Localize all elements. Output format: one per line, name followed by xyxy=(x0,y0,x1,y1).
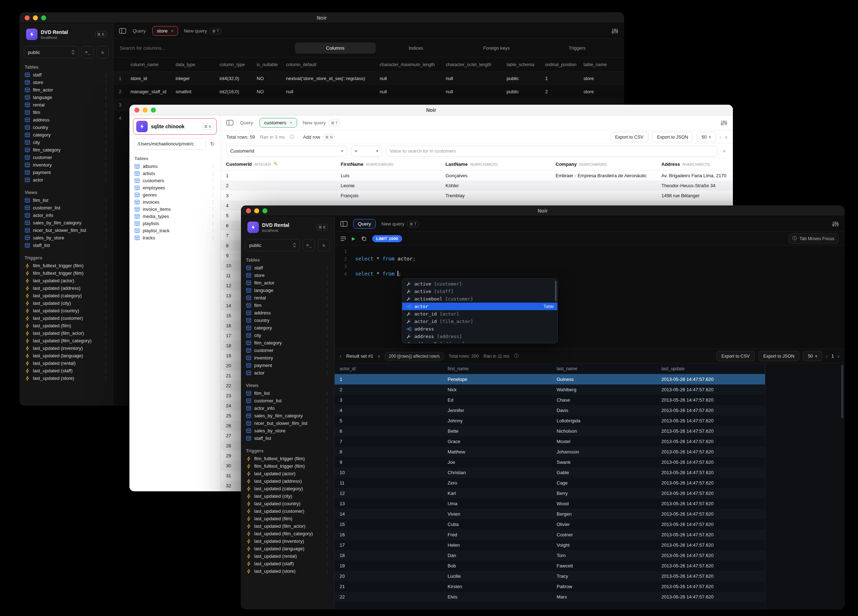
close-window-button[interactable] xyxy=(246,208,251,213)
sidebar-item-actor_info[interactable]: actor_info⋮ xyxy=(20,211,113,219)
sidebar-item-film_list[interactable]: film_list⋮ xyxy=(20,197,113,204)
sidebar-item-last_updated-actor[interactable]: last_updated (actor)⋮ xyxy=(241,470,334,477)
schema-select[interactable]: public xyxy=(24,46,79,58)
sidebar-item-customer[interactable]: customer⋮ xyxy=(20,154,113,161)
table-cell[interactable]: 18 xyxy=(335,553,443,558)
result-row[interactable]: 2NickWahlberg2013-05-26 14:47:57.620 xyxy=(335,385,765,395)
sidebar-item-city[interactable]: city⋮ xyxy=(20,139,113,146)
item-menu-icon[interactable]: ⋮ xyxy=(325,399,329,403)
tab-foreign-keys[interactable]: Foreign keys xyxy=(456,42,537,54)
sidebar-item-employees[interactable]: employees⋮ xyxy=(129,184,220,191)
sidebar-item-store[interactable]: store⋮ xyxy=(241,272,334,279)
item-menu-icon[interactable]: ⋮ xyxy=(104,155,108,160)
table-cell[interactable]: 9 xyxy=(335,459,443,465)
tab-query[interactable]: Query xyxy=(239,118,254,127)
sidebar-item-last_updated-language[interactable]: last_updated (language)⋮ xyxy=(20,352,113,360)
item-menu-icon[interactable]: ⋮ xyxy=(104,271,108,276)
item-menu-icon[interactable]: ⋮ xyxy=(211,228,215,233)
item-menu-icon[interactable]: ⋮ xyxy=(325,561,329,566)
item-menu-icon[interactable]: ⋮ xyxy=(325,340,329,346)
close-tab-icon[interactable]: × xyxy=(171,28,174,34)
result-row[interactable]: 15CubaOlivier2013-05-26 14:47:57.620 xyxy=(335,519,765,529)
table-row[interactable]: 2LeonieKöhlerTheodor-Heuss-Straße 34 xyxy=(221,180,733,191)
sidebar-item-film_actor[interactable]: film_actor⋮ xyxy=(20,86,113,94)
autocomplete-item-actor[interactable]: actorTable xyxy=(402,303,557,310)
item-menu-icon[interactable]: ⋮ xyxy=(325,421,329,426)
column-header-actor_id[interactable]: actor_id xyxy=(335,366,443,371)
sidebar-item-film_category[interactable]: film_category⋮ xyxy=(241,339,334,347)
refresh-button[interactable]: ↻ xyxy=(318,239,330,251)
sidebar-item-tracks[interactable]: tracks⋮ xyxy=(129,234,220,241)
table-cell[interactable]: Luís xyxy=(335,173,440,178)
result-row[interactable]: 10ChristianGable2013-05-26 14:47:57.620 xyxy=(335,467,765,478)
new-query-button[interactable]: New query ⌘ T xyxy=(184,28,221,34)
sidebar-item-film_fulltext_trigger-film[interactable]: film_fulltext_trigger (film)⋮ xyxy=(241,455,334,462)
item-menu-icon[interactable]: ⋮ xyxy=(104,102,108,107)
sidebar-item-last_updated-rental[interactable]: last_updated (rental)⋮ xyxy=(241,552,334,560)
next-page-icon[interactable]: › xyxy=(838,354,839,359)
item-menu-icon[interactable]: ⋮ xyxy=(104,338,108,343)
table-cell[interactable]: Fred xyxy=(443,532,552,537)
item-menu-icon[interactable]: ⋮ xyxy=(325,333,329,338)
table-cell[interactable]: Berry xyxy=(552,490,656,496)
sidebar-item-film_list[interactable]: film_list⋮ xyxy=(241,389,334,397)
item-menu-icon[interactable]: ⋮ xyxy=(325,326,329,330)
result-row[interactable]: 22ElvisMarx2013-05-26 14:47:57.620 xyxy=(335,592,765,602)
table-row[interactable]: 1LuísGonçalvesEmbraer - Empresa Brasilei… xyxy=(221,171,733,180)
sidebar-item-country[interactable]: country⋮ xyxy=(20,124,113,131)
item-menu-icon[interactable]: ⋮ xyxy=(104,178,108,183)
sidebar-item-customer_list[interactable]: customer_list⋮ xyxy=(241,397,334,405)
sidebar-item-last_updated-inventory[interactable]: last_updated (inventory)⋮ xyxy=(20,344,113,352)
page-size-select[interactable]: 50 ▾ xyxy=(696,132,716,142)
sidebar-item-last_updated-film_actor[interactable]: last_updated (film_actor)⋮ xyxy=(241,522,334,530)
table-cell[interactable]: Marx xyxy=(552,594,656,600)
result-row[interactable]: 21KirstenPaltrow2013-05-26 14:47:57.620 xyxy=(335,581,765,592)
sidebar-toggle-icon[interactable] xyxy=(340,221,348,227)
titlebar[interactable]: Noir xyxy=(129,105,733,115)
item-menu-icon[interactable]: ⋮ xyxy=(325,363,329,368)
table-cell[interactable]: 2013-05-26 14:47:57.620 xyxy=(656,428,765,434)
table-cell[interactable]: 2013-05-26 14:47:57.620 xyxy=(656,542,765,548)
sidebar-item-category[interactable]: category⋮ xyxy=(20,131,113,139)
table-cell[interactable]: Embraer - Empresa Brasileira de Aeronáut… xyxy=(550,173,656,178)
column-header-company[interactable]: CompanyNVARCHAR(80) xyxy=(550,161,656,167)
sidebar-item-last_updated-film[interactable]: last_updated (film)⋮ xyxy=(20,322,113,329)
result-row[interactable]: 1PenelopeGuiness2013-05-26 14:47:57.620 xyxy=(335,374,765,385)
column-header-address[interactable]: AddressNVARCHAR(70) xyxy=(656,161,733,167)
table-cell[interactable]: Tremblay xyxy=(440,193,550,198)
table-cell[interactable]: Nick xyxy=(443,387,552,392)
item-menu-icon[interactable]: ⋮ xyxy=(325,265,329,270)
item-menu-icon[interactable]: ⋮ xyxy=(104,95,108,100)
schema-select[interactable]: public xyxy=(245,239,300,251)
item-menu-icon[interactable]: ⋮ xyxy=(325,509,329,514)
column-header-lastname[interactable]: LastNameNVARCHAR(20) xyxy=(440,161,550,167)
table-cell[interactable]: Paltrow xyxy=(552,584,656,589)
table-cell[interactable]: 2013-05-26 14:47:57.620 xyxy=(656,490,765,496)
item-menu-icon[interactable]: ⋮ xyxy=(104,110,108,115)
item-menu-icon[interactable]: ⋮ xyxy=(104,293,108,298)
autocomplete-item-address2[interactable]: address2[address] xyxy=(402,340,557,343)
sidebar-item-last_updated-store[interactable]: last_updated (store)⋮ xyxy=(20,374,113,382)
sidebar-item-store[interactable]: store⋮ xyxy=(20,79,113,86)
sidebar-item-sales_by_store[interactable]: sales_by_store⋮ xyxy=(20,234,113,242)
item-menu-icon[interactable]: ⋮ xyxy=(325,355,329,360)
item-menu-icon[interactable]: ⋮ xyxy=(104,125,108,130)
item-menu-icon[interactable]: ⋮ xyxy=(211,164,215,169)
sidebar-item-language[interactable]: language⋮ xyxy=(241,287,334,294)
item-menu-icon[interactable]: ⋮ xyxy=(104,170,108,175)
table-cell[interactable]: 2013-05-26 14:47:57.620 xyxy=(656,501,765,506)
table-cell[interactable]: 13 xyxy=(335,501,443,506)
tab-triggers[interactable]: Triggers xyxy=(537,42,618,54)
database-switcher[interactable]: sqlite chinook⌘ K xyxy=(133,118,217,135)
table-cell[interactable]: Johnny xyxy=(443,418,552,424)
table-cell[interactable]: 1 xyxy=(221,173,335,178)
table-cell[interactable]: Gonçalves xyxy=(440,173,550,178)
refresh-icon[interactable]: ↻ xyxy=(209,141,216,147)
results-scrollbar[interactable] xyxy=(841,365,843,418)
table-cell[interactable]: Ed xyxy=(443,397,552,403)
table-cell[interactable]: 12 xyxy=(335,490,443,496)
item-menu-icon[interactable]: ⋮ xyxy=(325,546,329,551)
tab-indices[interactable]: Indices xyxy=(376,42,457,54)
item-menu-icon[interactable]: ⋮ xyxy=(211,199,215,204)
table-cell[interactable]: 2013-05-26 14:47:57.620 xyxy=(656,377,765,382)
